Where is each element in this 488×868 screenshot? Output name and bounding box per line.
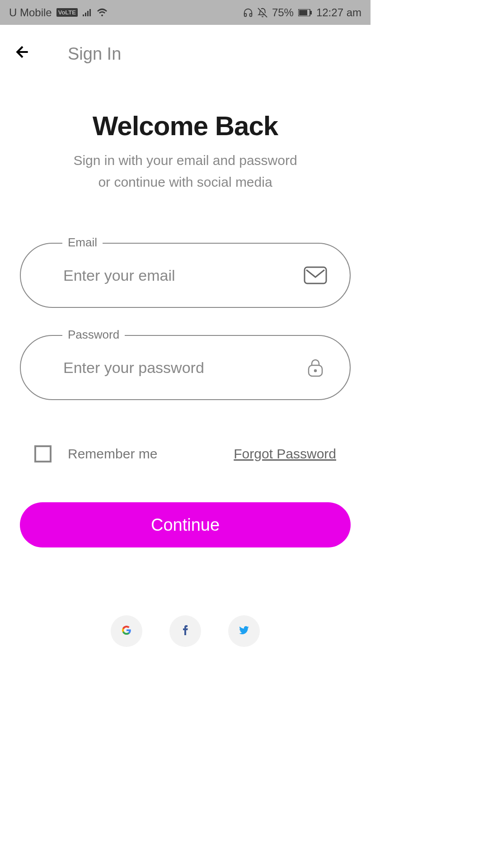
- twitter-icon: [239, 626, 249, 636]
- status-left: U Mobile VoLTE: [9, 6, 108, 19]
- google-icon: [122, 625, 131, 637]
- twitter-signin-button[interactable]: [228, 615, 260, 647]
- forgot-password-link[interactable]: Forgot Password: [234, 446, 336, 462]
- continue-button[interactable]: Continue: [20, 502, 351, 547]
- mail-icon: [304, 266, 327, 284]
- email-input[interactable]: [63, 267, 304, 284]
- volte-badge: VoLTE: [56, 8, 78, 17]
- back-icon[interactable]: [14, 43, 32, 65]
- email-input-container[interactable]: [20, 243, 351, 308]
- svg-rect-2: [310, 11, 312, 14]
- remember-me-wrapper[interactable]: Remember me: [34, 445, 157, 462]
- status-bar: U Mobile VoLTE 75% 12:27 am: [0, 0, 371, 25]
- battery-label: 75%: [272, 6, 294, 19]
- password-label: Password: [62, 328, 125, 342]
- facebook-icon: [183, 625, 188, 637]
- headphones-icon: [243, 8, 253, 18]
- signal-icon: [82, 8, 92, 17]
- email-field-wrapper: Email: [20, 243, 351, 308]
- social-buttons-row: [20, 615, 351, 647]
- lock-icon: [304, 359, 327, 377]
- facebook-signin-button[interactable]: [169, 615, 201, 647]
- carrier-label: U Mobile: [9, 6, 52, 19]
- remember-label: Remember me: [68, 446, 157, 462]
- svg-rect-3: [305, 267, 326, 283]
- password-field-wrapper: Password: [20, 335, 351, 400]
- google-signin-button[interactable]: [111, 615, 142, 647]
- page-title: Sign In: [68, 44, 121, 64]
- battery-icon: [298, 9, 312, 16]
- app-bar: Sign In: [0, 25, 371, 74]
- wifi-icon: [97, 8, 108, 17]
- password-input[interactable]: [63, 359, 304, 377]
- time-label: 12:27 am: [316, 6, 361, 19]
- mute-icon: [258, 8, 267, 18]
- password-input-container[interactable]: [20, 335, 351, 400]
- main-content: Welcome Back Sign in with your email and…: [0, 110, 371, 658]
- svg-rect-1: [299, 10, 307, 15]
- options-row: Remember me Forgot Password: [20, 445, 351, 462]
- svg-point-5: [314, 370, 316, 372]
- email-label: Email: [62, 236, 103, 250]
- remember-checkbox[interactable]: [34, 445, 52, 462]
- status-right: 75% 12:27 am: [243, 6, 361, 19]
- welcome-title: Welcome Back: [20, 110, 351, 142]
- welcome-subtitle: Sign in with your email and password or …: [20, 150, 351, 193]
